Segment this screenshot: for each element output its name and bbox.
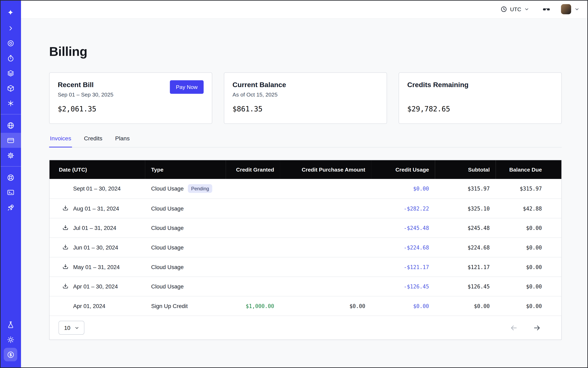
pagination-arrows: [510, 323, 552, 332]
content-area: Billing Recent Bill Sep 01 – Sep 30, 202…: [21, 19, 588, 368]
credit-granted-value: $1,000.00: [246, 303, 274, 309]
invoice-type: Cloud Usage: [151, 244, 184, 250]
column-header-type: Type: [145, 160, 226, 179]
invoice-date: Jul 01 – 31, 2024: [73, 225, 117, 231]
gear-icon[interactable]: [0, 148, 21, 163]
sidebar: [0, 0, 21, 368]
pay-now-button[interactable]: Pay Now: [170, 80, 204, 94]
flask-icon[interactable]: [0, 317, 21, 332]
dollar-circle-icon[interactable]: [0, 347, 21, 362]
balance-due-value: $0.00: [526, 244, 542, 250]
invoice-type: Cloud Usage: [151, 264, 184, 270]
subtotal-value: $315.97: [468, 186, 490, 192]
balance-due-value: $0.00: [526, 264, 542, 270]
column-header-credit-usage: Credit Usage: [371, 160, 435, 179]
invoice-date: Aug 01 – 31, 2024: [73, 205, 119, 211]
asterisk-icon[interactable]: [0, 96, 21, 111]
glasses-button[interactable]: [542, 5, 551, 13]
credit-usage-value: -$224.68: [404, 244, 429, 250]
chevron-down-icon: [74, 325, 80, 331]
page-title: Billing: [49, 44, 562, 59]
table-row: Jun 01 – 30, 2024 Cloud Usage -$224.68 $…: [50, 238, 561, 257]
invoice-type: Cloud Usage: [151, 283, 184, 289]
chevron-down-icon: [524, 6, 529, 12]
download-invoice-icon[interactable]: [62, 244, 69, 251]
card-recent-bill: Recent Bill Sep 01 – Sep 30, 2025 $2,061…: [49, 73, 212, 124]
next-page-arrow-icon[interactable]: [533, 323, 541, 332]
credit-usage-value: $0.00: [413, 186, 429, 192]
table-header-row: Date (UTC) Type Credit Granted Credit Pu…: [50, 160, 561, 179]
lifebuoy-icon[interactable]: [0, 170, 21, 185]
card-current-balance: Current Balance As of Oct 15, 2025 $861.…: [224, 73, 387, 124]
table-row: May 01 – 31, 2024 Cloud Usage -$121.17 $…: [50, 257, 561, 277]
table-footer: 10: [50, 316, 561, 340]
dollar-circle-highlight: [4, 348, 17, 361]
sidebar-divider: [0, 166, 21, 167]
billing-tabs: Invoices Credits Plans: [49, 135, 562, 147]
app-window: UTC Billing Recent Bill Sep 01 – S: [0, 0, 588, 368]
status-badge: Pending: [188, 184, 212, 193]
timezone-selector[interactable]: UTC: [500, 6, 529, 13]
subtotal-value: $126.45: [468, 284, 490, 289]
tab-credits[interactable]: Credits: [83, 135, 103, 147]
page-size-select[interactable]: 10: [59, 321, 84, 335]
credits-remaining-amount: $29,782.65: [407, 105, 553, 113]
summary-cards: Recent Bill Sep 01 – Sep 30, 2025 $2,061…: [49, 73, 562, 124]
console-icon[interactable]: [0, 185, 21, 200]
card-subtitle: As of Oct 15, 2025: [232, 92, 378, 99]
tab-plans[interactable]: Plans: [114, 135, 130, 147]
balance-due-value: $0.00: [526, 225, 542, 231]
timer-icon[interactable]: [0, 51, 21, 66]
subtotal-value: $325.10: [468, 205, 490, 211]
current-balance-amount: $861.35: [232, 105, 378, 113]
table-row: Sept 01 – 30, 2024 Cloud UsagePending $0…: [50, 179, 561, 199]
sun-icon[interactable]: [0, 332, 21, 347]
download-invoice-icon[interactable]: [62, 283, 69, 290]
spiral-icon[interactable]: [0, 36, 21, 51]
invoice-type: Cloud Usage: [151, 185, 184, 192]
subtotal-value: $0.00: [474, 303, 490, 309]
invoice-type: Cloud Usage: [151, 205, 184, 211]
page-size-value: 10: [64, 324, 71, 331]
card-title: Current Balance: [232, 81, 378, 89]
download-invoice-icon[interactable]: [62, 204, 69, 212]
previous-page-arrow-icon[interactable]: [510, 323, 518, 332]
logo-icon[interactable]: [0, 6, 21, 21]
timezone-label: UTC: [510, 6, 521, 12]
table-row: Apr 01 – 30, 2024 Cloud Usage -$126.45 $…: [50, 277, 561, 296]
table-row: Aug 01 – 31, 2024 Cloud Usage -$282.22 $…: [50, 199, 561, 218]
globe-icon[interactable]: [0, 118, 21, 133]
subtotal-value: $121.17: [468, 264, 490, 270]
invoice-date: Sept 01 – 30, 2024: [73, 185, 121, 192]
invoice-type: Cloud Usage: [151, 225, 184, 231]
invoice-type: Sign Up Credit: [151, 303, 188, 309]
sidebar-item-billing-credit-card-icon[interactable]: [0, 133, 21, 148]
clock-icon: [500, 6, 507, 13]
column-header-credit-granted: Credit Granted: [226, 160, 280, 179]
invoices-table: Date (UTC) Type Credit Granted Credit Pu…: [49, 160, 562, 340]
rocket-icon[interactable]: [0, 200, 21, 215]
download-invoice-icon[interactable]: [62, 263, 69, 270]
tab-invoices[interactable]: Invoices: [49, 135, 72, 147]
column-header-date: Date (UTC): [50, 160, 145, 179]
invoice-date: Jun 01 – 30, 2024: [73, 244, 118, 250]
column-header-subtotal: Subtotal: [435, 160, 496, 179]
card-credits-remaining: Credits Remaining $29,782.65: [398, 73, 562, 124]
invoice-date: Apr 01, 2024: [73, 303, 105, 309]
balance-due-value: $42.88: [523, 205, 542, 211]
balance-due-value: $315.97: [520, 186, 542, 192]
layers-icon[interactable]: [0, 66, 21, 81]
avatar: [561, 4, 571, 14]
invoice-date: Apr 01 – 30, 2024: [73, 283, 118, 289]
collapse-chevron-right-icon[interactable]: [0, 21, 21, 36]
account-menu[interactable]: [561, 4, 580, 14]
credit-usage-value: -$282.22: [404, 205, 429, 211]
credit-usage-value: -$245.48: [404, 225, 429, 231]
subtotal-value: $224.68: [468, 244, 490, 250]
invoice-date: May 01 – 31, 2024: [73, 264, 120, 270]
package-icon[interactable]: [0, 81, 21, 96]
download-invoice-icon[interactable]: [62, 224, 69, 231]
credit-usage-value: $0.00: [413, 303, 429, 309]
column-header-credit-purchase-amount: Credit Purchase Amount: [280, 160, 371, 179]
balance-due-value: $0.00: [526, 303, 542, 309]
